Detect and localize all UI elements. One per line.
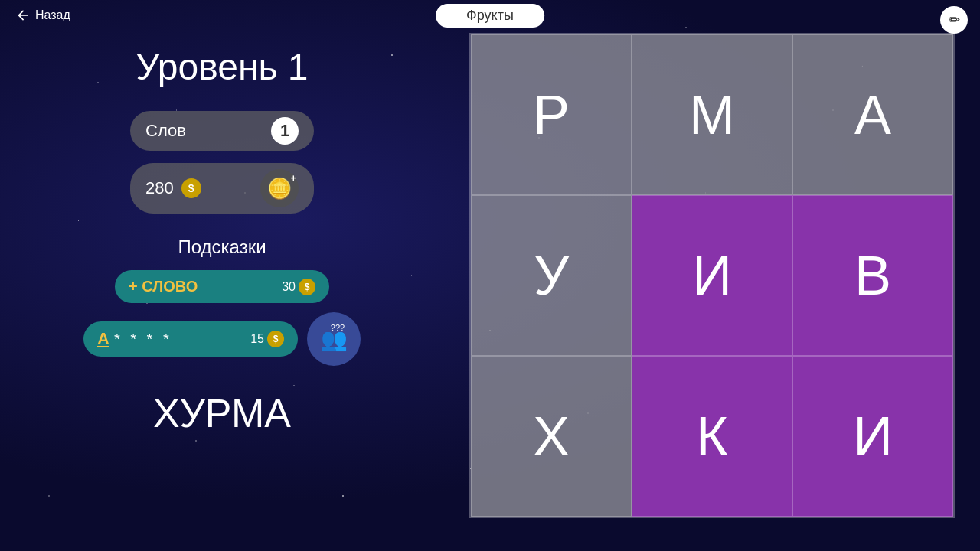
grid-cell-8[interactable]: И (792, 356, 953, 517)
hint-word-label: + СЛОВО (129, 278, 198, 295)
hint-stars: * * * * (114, 331, 172, 348)
letter-grid: РМАУИВХКИ (469, 33, 955, 518)
words-label: Слов (145, 121, 186, 141)
grid-cell-2[interactable]: А (792, 34, 953, 195)
grid-cell-5[interactable]: В (792, 195, 953, 356)
grid-cell-0[interactable]: Р (471, 34, 632, 195)
back-label: Назад (35, 8, 70, 22)
pencil-icon[interactable]: ✏ (940, 6, 968, 34)
add-coins-button[interactable]: 🪙 + (260, 169, 299, 207)
level-title: Уровень 1 (136, 46, 309, 88)
hint-letter-row: А * * * * 15 $ 👥 ??? (83, 312, 361, 366)
coins-pill: 280 $ 🪙 + (130, 163, 314, 214)
grid-cell-6[interactable]: Х (471, 356, 632, 517)
hint-letter-cost: 15 $ (250, 331, 284, 347)
hint-word-button[interactable]: + СЛОВО 30 $ (115, 270, 329, 303)
coins-amount: 280 (145, 178, 174, 198)
coin-symbol: $ (181, 178, 201, 198)
answer-word: ХУРМА (153, 390, 291, 436)
hint-letter-button[interactable]: А * * * * 15 $ (83, 321, 298, 357)
hints-label: Подсказки (178, 236, 266, 258)
hint-letter-coin: $ (267, 331, 284, 347)
hint-word-coin: $ (299, 279, 315, 295)
top-bar: Назад Фрукты ✏ (0, 0, 980, 31)
hint-word-cost: 30 $ (282, 279, 315, 295)
hint-letter-a: А (97, 329, 109, 349)
words-pill: Слов 1 (130, 111, 314, 151)
grid-cell-4[interactable]: И (632, 195, 792, 356)
category-label: Фрукты (466, 8, 514, 23)
community-button[interactable]: 👥 ??? (307, 312, 361, 366)
grid-cell-1[interactable]: М (632, 34, 792, 195)
left-panel: Уровень 1 Слов 1 280 $ 🪙 + Подсказки + С… (0, 0, 444, 551)
grid-cell-3[interactable]: У (471, 195, 632, 356)
grid-cell-7[interactable]: К (632, 356, 792, 517)
words-count: 1 (271, 117, 299, 145)
hint-letter-cost-num: 15 (250, 332, 264, 346)
category-pill: Фрукты (436, 4, 544, 28)
hint-word-row: + СЛОВО 30 $ (115, 270, 329, 303)
back-button[interactable]: Назад (15, 8, 70, 23)
pencil-symbol: ✏ (949, 11, 960, 28)
hint-word-cost-num: 30 (282, 280, 296, 294)
question-marks: ??? (331, 323, 345, 332)
right-panel: РМАУИВХКИ (444, 0, 980, 551)
hint-letter-content: А * * * * (97, 329, 172, 349)
